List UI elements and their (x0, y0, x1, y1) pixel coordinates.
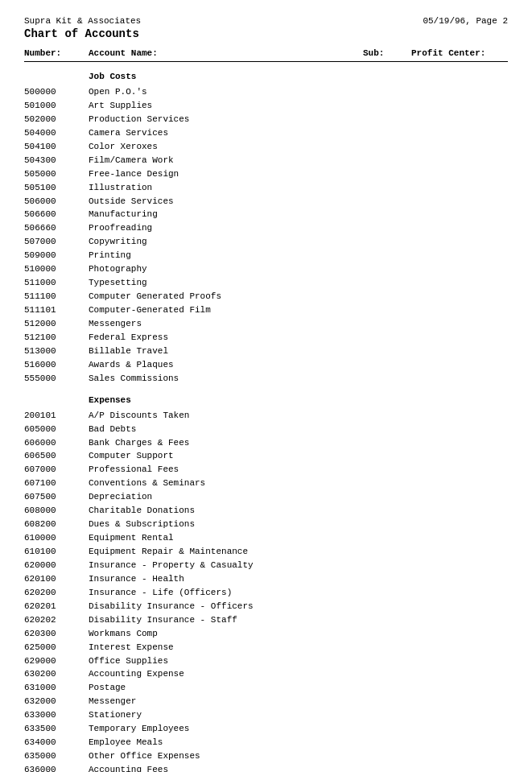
account-name: Bad Debts (89, 423, 363, 436)
account-name: Billable Travel (89, 345, 363, 358)
account-profit-center (411, 222, 508, 235)
account-profit-center (411, 127, 508, 140)
account-number: 635000 (24, 750, 89, 763)
account-profit-center (411, 410, 508, 423)
account-profit-center (411, 546, 508, 559)
account-profit-center (411, 491, 508, 504)
account-sub (363, 464, 411, 477)
account-profit-center (411, 655, 508, 668)
account-sub (363, 723, 411, 736)
account-name: Computer-Generated Film (89, 304, 363, 317)
account-profit-center (411, 505, 508, 518)
account-sub (363, 518, 411, 531)
table-row: 509000Printing (24, 250, 508, 262)
account-name: Photography (89, 263, 363, 276)
date-page: 05/19/96, Page 2 (423, 16, 508, 26)
account-sub (363, 318, 411, 331)
table-row: 506660Proofreading (24, 222, 508, 235)
account-sub (363, 614, 411, 627)
table-row: 511100Computer Generated Proofs (24, 291, 508, 303)
account-name: Accounting Fees (89, 764, 363, 772)
account-number: 509000 (24, 250, 89, 262)
table-row: 511000Typesetting (24, 277, 508, 290)
account-name: Equipment Rental (89, 532, 363, 545)
account-sub (363, 668, 411, 681)
account-profit-center (411, 709, 508, 722)
table-row: 635000Other Office Expenses (24, 750, 508, 763)
account-name: Conventions & Seminars (89, 477, 363, 490)
account-sub (363, 491, 411, 504)
account-number: 633000 (24, 709, 89, 722)
table-row: 500000Open P.O.'s (24, 86, 508, 99)
account-name: Postage (89, 682, 363, 695)
account-name: Open P.O.'s (89, 86, 363, 99)
account-name: Proofreading (89, 222, 363, 235)
account-name: Outside Services (89, 196, 363, 208)
table-row: 610100Equipment Repair & Maintenance (24, 546, 508, 559)
account-name: Charitable Donations (89, 505, 363, 518)
account-profit-center (411, 345, 508, 358)
account-sub (363, 155, 411, 167)
account-number: 511101 (24, 304, 89, 317)
account-name: Interest Expense (89, 642, 363, 654)
account-sub (363, 304, 411, 317)
account-sub (363, 196, 411, 208)
account-sub (363, 682, 411, 695)
account-number: 506660 (24, 222, 89, 235)
account-name: Typesetting (89, 277, 363, 290)
account-sub (363, 601, 411, 613)
account-number: 632000 (24, 696, 89, 708)
account-profit-center (411, 628, 508, 641)
account-name: Disability Insurance - Staff (89, 614, 363, 627)
col-header-number: Number: (24, 48, 89, 58)
account-profit-center (411, 642, 508, 654)
table-row: 620201Disability Insurance - Officers (24, 601, 508, 613)
account-number: 607100 (24, 477, 89, 490)
account-sub (363, 573, 411, 586)
account-profit-center (411, 764, 508, 772)
report-title: Chart of Accounts (24, 27, 508, 40)
account-number: 631000 (24, 682, 89, 695)
account-profit-center (411, 750, 508, 763)
account-name: Copywriting (89, 236, 363, 249)
account-number: 504100 (24, 141, 89, 154)
table-row: 200101A/P Discounts Taken (24, 410, 508, 423)
account-profit-center (411, 236, 508, 249)
account-name: Computer Generated Proofs (89, 291, 363, 303)
table-row: 607100Conventions & Seminars (24, 477, 508, 490)
account-number: 610100 (24, 546, 89, 559)
account-number: 505000 (24, 168, 89, 181)
table-row: 620300Workmans Comp (24, 628, 508, 641)
account-number: 504000 (24, 127, 89, 140)
account-sub (363, 277, 411, 290)
account-profit-center (411, 114, 508, 126)
account-sub (363, 750, 411, 763)
account-number: 504300 (24, 155, 89, 167)
table-row: 511101Computer-Generated Film (24, 304, 508, 317)
table-row: 620000Insurance - Property & Casualty (24, 559, 508, 572)
account-sub (363, 709, 411, 722)
account-name: Workmans Comp (89, 628, 363, 641)
table-row: 608200Dues & Subscriptions (24, 518, 508, 531)
table-row: 512000Messengers (24, 318, 508, 331)
table-row: 507000Copywriting (24, 236, 508, 249)
table-row: 607500Depreciation (24, 491, 508, 504)
col-header-account-name: Account Name: (89, 48, 363, 58)
account-sub (363, 642, 411, 654)
account-sub (363, 182, 411, 195)
account-number: 507000 (24, 236, 89, 249)
account-profit-center (411, 141, 508, 154)
account-sub (363, 141, 411, 154)
account-number: 511100 (24, 291, 89, 303)
account-profit-center (411, 100, 508, 113)
table-row: 632000Messenger (24, 696, 508, 708)
account-sub (363, 168, 411, 181)
account-sub (363, 587, 411, 600)
account-number: 620200 (24, 587, 89, 600)
account-profit-center (411, 696, 508, 708)
account-number: 629000 (24, 655, 89, 668)
account-sub (363, 505, 411, 518)
account-name: Color Xeroxes (89, 141, 363, 154)
account-sub (363, 236, 411, 249)
account-name: Employee Meals (89, 737, 363, 749)
